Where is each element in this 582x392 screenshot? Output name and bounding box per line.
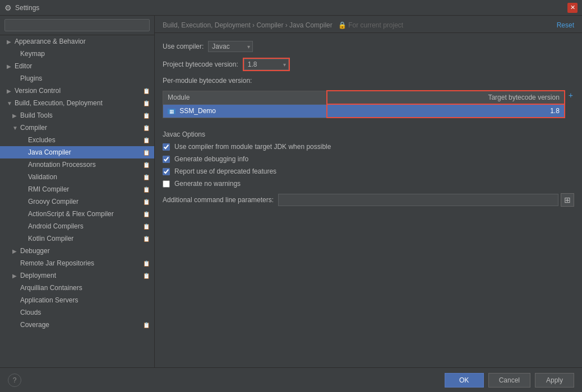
sidebar-item-groovy-compiler[interactable]: Groovy Compiler 📋: [0, 195, 154, 208]
sidebar-item-version-control[interactable]: ▶ Version Control 📋: [0, 85, 154, 97]
main-container: ▶ Appearance & Behavior Keymap ▶ Editor …: [0, 16, 582, 367]
copy-icon: 📋: [143, 113, 150, 119]
search-box: [0, 16, 154, 35]
expand-arrow: ▶: [12, 273, 20, 279]
sidebar-item-label: Appearance & Behavior: [15, 38, 86, 45]
search-input[interactable]: [4, 19, 150, 31]
expand-arrow: ▶: [7, 88, 15, 94]
report-deprecated-checkbox[interactable]: [163, 168, 170, 175]
sidebar-item-annotation-processors[interactable]: Annotation Processors 📋: [0, 158, 154, 171]
sidebar-item-application-servers[interactable]: Application Servers: [0, 294, 154, 306]
use-compiler-label: Use compiler:: [163, 43, 204, 50]
sidebar-item-arquillian[interactable]: Arquillian Containers: [0, 282, 154, 294]
ok-button[interactable]: OK: [445, 373, 484, 388]
expand-arrow: ▶: [12, 113, 20, 119]
generate-no-warnings-checkbox[interactable]: [163, 180, 170, 188]
sidebar-item-java-compiler[interactable]: Java Compiler 📋: [0, 146, 154, 158]
expand-arrow: ▶: [7, 63, 15, 69]
target-bytecode-column-header: Target bytecode version: [327, 91, 565, 104]
cmd-line-expand-button[interactable]: ⊞: [561, 193, 574, 207]
reset-button[interactable]: Reset: [557, 21, 574, 29]
module-table-wrapper: Module Target bytecode version ▦ SSM_Dem…: [163, 90, 574, 126]
expand-arrow: ▼: [7, 100, 15, 106]
report-deprecated-label: Report use of deprecated features: [174, 167, 276, 175]
sidebar-item-label: Java Compiler: [28, 148, 71, 156]
sidebar-item-label: Arquillian Containers: [20, 284, 82, 292]
module-table: Module Target bytecode version ▦ SSM_Dem…: [163, 90, 565, 118]
module-name-cell: ▦ SSM_Demo: [163, 104, 327, 118]
sidebar-item-label: RMI Compiler: [28, 185, 69, 193]
cmd-line-row: Additional command line parameters: ⊞: [163, 193, 574, 207]
copy-icon: 📋: [143, 322, 150, 328]
module-column-header: Module: [163, 91, 327, 104]
sidebar: ▶ Appearance & Behavior Keymap ▶ Editor …: [0, 16, 155, 367]
target-version-cell[interactable]: 1.8: [327, 104, 565, 118]
copy-icon: 📋: [143, 125, 150, 131]
sidebar-item-label: Clouds: [20, 309, 41, 316]
copy-icon: 📋: [143, 137, 150, 143]
sidebar-item-label: Annotation Processors: [28, 161, 96, 169]
generate-debug-label: Generate debugging info: [174, 155, 248, 163]
generate-debug-checkbox[interactable]: [163, 156, 170, 163]
checkbox-row-1: Generate debugging info: [163, 155, 574, 163]
per-module-row: Per-module bytecode version:: [163, 77, 574, 85]
bytecode-select-highlight: 1.8 1.7 1.6 1.5 1.4 1.3 1.2: [243, 58, 290, 71]
copy-icon: 📋: [143, 186, 150, 193]
copy-icon: 📋: [143, 223, 150, 230]
copy-icon: 📋: [143, 162, 150, 168]
sidebar-item-compiler[interactable]: ▼ Compiler 📋: [0, 122, 154, 134]
sidebar-item-label: Application Servers: [20, 296, 78, 304]
add-module-button[interactable]: +: [567, 90, 574, 100]
apply-button[interactable]: Apply: [535, 373, 574, 388]
module-icon: ▦: [168, 109, 175, 114]
sidebar-item-build-tools[interactable]: ▶ Build Tools 📋: [0, 109, 154, 122]
table-row[interactable]: ▦ SSM_Demo 1.8: [163, 104, 565, 118]
sidebar-item-debugger[interactable]: ▶ Debugger: [0, 245, 154, 257]
sidebar-item-label: Version Control: [15, 87, 61, 95]
use-compiler-checkbox-label: Use compiler from module target JDK when…: [174, 143, 331, 151]
sidebar-item-label: Android Compilers: [28, 222, 84, 230]
sidebar-item-clouds[interactable]: Clouds: [0, 306, 154, 319]
breadcrumb-note: 🔒 For current project: [338, 21, 403, 29]
help-button[interactable]: ?: [8, 374, 21, 387]
expand-arrow: ▼: [12, 125, 20, 131]
sidebar-item-coverage[interactable]: Coverage 📋: [0, 319, 154, 331]
sidebar-item-kotlin-compiler[interactable]: Kotlin Compiler 📋: [0, 232, 154, 245]
checkbox-row-3: Generate no warnings: [163, 180, 574, 188]
sidebar-item-actionscript[interactable]: ActionScript & Flex Compiler 📋: [0, 208, 154, 220]
close-button[interactable]: ✕: [567, 3, 578, 13]
sidebar-item-excludes[interactable]: Excludes 📋: [0, 134, 154, 146]
settings-icon: ⚙: [4, 3, 12, 12]
sidebar-item-label: Coverage: [20, 321, 49, 329]
sidebar-item-editor[interactable]: ▶ Editor: [0, 60, 154, 72]
module-name: SSM_Demo: [179, 107, 216, 115]
per-module-label: Per-module bytecode version:: [163, 77, 252, 85]
sidebar-item-build-execution[interactable]: ▼ Build, Execution, Deployment 📋: [0, 97, 154, 109]
sidebar-item-validation[interactable]: Validation 📋: [0, 171, 154, 183]
title-bar: ⚙ Settings ✕: [0, 0, 582, 16]
use-compiler-select[interactable]: Javac Eclipse Ajc: [208, 41, 253, 52]
checkbox-row-2: Report use of deprecated features: [163, 167, 574, 175]
sidebar-item-label: Compiler: [20, 124, 47, 132]
cmd-line-input[interactable]: [278, 194, 558, 206]
content-header: Build, Execution, Deployment › Compiler …: [155, 16, 582, 33]
sidebar-item-label: Kotlin Compiler: [28, 235, 73, 242]
sidebar-item-label: Debugger: [20, 247, 50, 255]
sidebar-item-remote-jar[interactable]: Remote Jar Repositories 📋: [0, 257, 154, 269]
sidebar-item-keymap[interactable]: Keymap: [0, 48, 154, 60]
bytecode-select[interactable]: 1.8 1.7 1.6 1.5 1.4 1.3 1.2: [244, 59, 289, 70]
sidebar-item-appearance[interactable]: ▶ Appearance & Behavior: [0, 35, 154, 48]
sidebar-item-android-compilers[interactable]: Android Compilers 📋: [0, 220, 154, 232]
cancel-button[interactable]: Cancel: [488, 373, 530, 388]
sidebar-item-label: Groovy Compiler: [28, 198, 78, 206]
sidebar-item-deployment[interactable]: ▶ Deployment 📋: [0, 269, 154, 282]
sidebar-item-label: Build, Execution, Deployment: [15, 99, 103, 107]
sidebar-item-rmi-compiler[interactable]: RMI Compiler 📋: [0, 183, 154, 195]
bytecode-version-row: Project bytecode version: 1.8 1.7 1.6 1.…: [163, 58, 574, 71]
use-compiler-checkbox[interactable]: [163, 143, 170, 151]
window-title: Settings: [15, 4, 39, 12]
sidebar-item-label: Deployment: [20, 272, 56, 279]
sidebar-item-plugins[interactable]: Plugins: [0, 72, 154, 85]
sidebar-item-label: Editor: [15, 62, 32, 70]
copy-icon: 📋: [143, 260, 150, 267]
